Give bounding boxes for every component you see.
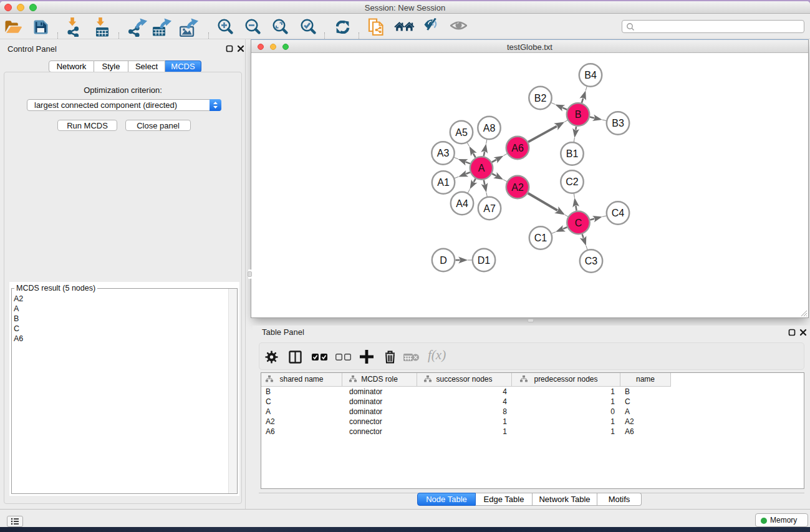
svg-text:D: D — [440, 255, 447, 266]
svg-text:C3: C3 — [585, 256, 598, 266]
svg-text:A4: A4 — [456, 198, 468, 209]
svg-text:A7: A7 — [483, 203, 496, 214]
svg-text:C1: C1 — [534, 233, 547, 243]
svg-text:A2: A2 — [511, 182, 524, 193]
svg-text:B4: B4 — [584, 70, 597, 80]
svg-text:B2: B2 — [534, 93, 547, 104]
svg-text:B1: B1 — [566, 148, 579, 159]
svg-text:A8: A8 — [483, 123, 496, 133]
svg-text:A1: A1 — [437, 177, 450, 188]
svg-text:A5: A5 — [455, 127, 468, 138]
svg-text:A3: A3 — [437, 148, 450, 158]
svg-text:C4: C4 — [612, 208, 625, 218]
svg-text:A: A — [478, 163, 485, 173]
svg-text:A6: A6 — [511, 143, 524, 153]
svg-text:C: C — [575, 218, 582, 228]
svg-text:B3: B3 — [612, 118, 624, 128]
svg-text:C2: C2 — [566, 177, 579, 187]
svg-text:B: B — [575, 109, 582, 120]
svg-text:D1: D1 — [478, 255, 491, 266]
